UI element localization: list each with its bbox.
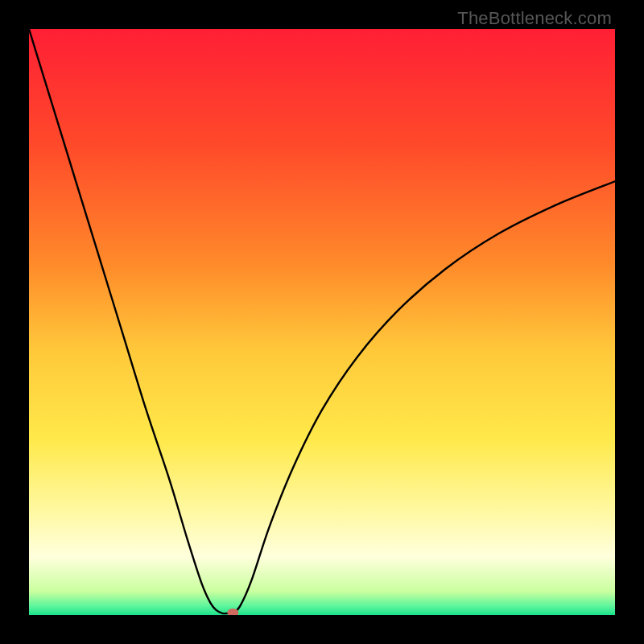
watermark-text: TheBottleneck.com	[457, 8, 612, 29]
chart-canvas	[29, 29, 615, 615]
chart-svg	[29, 29, 615, 615]
gradient-background	[29, 29, 615, 615]
